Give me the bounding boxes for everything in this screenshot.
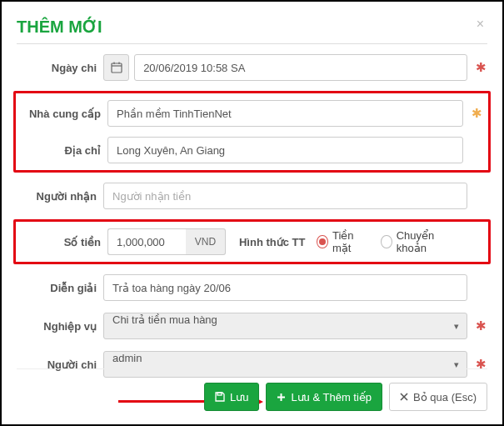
- label-description: Diễn giải: [17, 282, 97, 294]
- row-description: Diễn giải: [17, 274, 487, 301]
- date-input[interactable]: [134, 54, 467, 81]
- plus-icon: [277, 393, 286, 402]
- calendar-button[interactable]: [103, 54, 129, 81]
- required-icon: ✱: [474, 318, 487, 333]
- label-paymethod: Hình thức TT: [239, 236, 306, 248]
- svg-rect-4: [217, 393, 222, 395]
- label-date: Ngày chi: [17, 62, 97, 74]
- label-supplier: Nhà cung cấp: [21, 108, 101, 120]
- add-new-modal: × THÊM MỚI Ngày chi ✱ Nhà cung cấp ✱ Địa…: [0, 0, 504, 426]
- row-supplier: Nhà cung cấp ✱: [21, 100, 483, 127]
- save-next-button-label: Lưu & Thêm tiếp: [291, 391, 372, 403]
- supplier-input[interactable]: [107, 100, 463, 127]
- label-address: Địa chỉ: [21, 144, 101, 157]
- radio-transfer[interactable]: Chuyển khoản: [381, 229, 455, 254]
- footer: Lưu Lưu & Thêm tiếp Bỏ qua (Esc): [17, 368, 487, 411]
- save-next-button[interactable]: Lưu & Thêm tiếp: [266, 383, 382, 411]
- modal-title: THÊM MỚI: [17, 17, 487, 37]
- close-icon[interactable]: ×: [477, 17, 484, 32]
- row-operation: Nghiệp vụ Chi trả tiền mua hàng ✱: [17, 313, 487, 339]
- radio-dot-icon: [381, 235, 392, 248]
- amount-input[interactable]: [107, 228, 186, 255]
- row-receiver: Người nhận: [17, 183, 487, 209]
- label-amount: Số tiền: [21, 236, 101, 248]
- required-icon: ✱: [470, 106, 483, 121]
- highlight-amount-block: Số tiền VND Hình thức TT Tiền mặt Chuyển…: [13, 219, 491, 264]
- divider: [17, 43, 487, 44]
- svg-rect-0: [112, 63, 122, 73]
- save-button-label: Lưu: [230, 391, 248, 403]
- currency-addon: VND: [186, 228, 226, 255]
- row-address: Địa chỉ: [21, 137, 483, 163]
- address-input[interactable]: [107, 137, 463, 163]
- form: Ngày chi ✱ Nhà cung cấp ✱ Địa chỉ N: [17, 54, 487, 378]
- skip-button-label: Bỏ qua (Esc): [413, 391, 477, 403]
- radio-cash-label: Tiền mặt: [332, 229, 367, 254]
- label-receiver: Người nhận: [17, 190, 97, 203]
- receiver-input[interactable]: [103, 183, 467, 209]
- operation-select[interactable]: Chi trả tiền mua hàng: [103, 313, 467, 339]
- required-icon: ✱: [474, 60, 487, 75]
- save-icon: [215, 392, 225, 402]
- row-date: Ngày chi ✱: [17, 54, 487, 81]
- x-icon: [400, 393, 408, 401]
- calendar-icon: [111, 62, 122, 73]
- highlight-supplier-block: Nhà cung cấp ✱ Địa chỉ: [13, 91, 491, 173]
- save-button[interactable]: Lưu: [204, 383, 259, 411]
- radio-dot-icon: [317, 235, 327, 248]
- radio-transfer-label: Chuyển khoản: [397, 229, 455, 254]
- skip-button[interactable]: Bỏ qua (Esc): [389, 383, 487, 411]
- radio-cash[interactable]: Tiền mặt: [317, 229, 367, 254]
- description-input[interactable]: [103, 274, 467, 301]
- label-operation: Nghiệp vụ: [17, 320, 97, 333]
- row-amount: Số tiền VND Hình thức TT Tiền mặt Chuyển…: [21, 228, 483, 255]
